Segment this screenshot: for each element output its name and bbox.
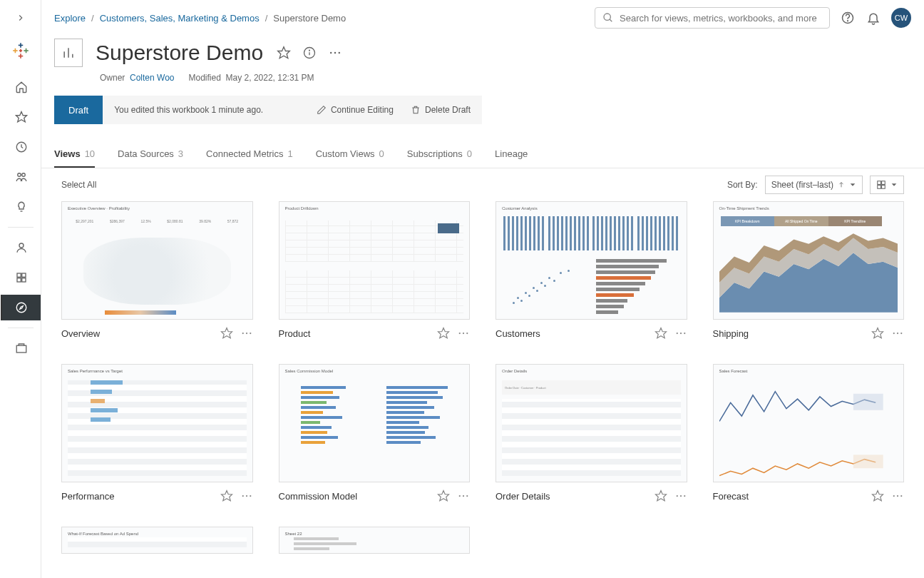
view-thumbnail[interactable]: Sales Commission Model: [279, 364, 471, 482]
continue-editing-button[interactable]: Continue Editing: [317, 105, 394, 115]
svg-point-66: [463, 495, 464, 497]
draft-banner: Draft You edited this workbook 1 minute …: [54, 96, 482, 124]
more-icon[interactable]: [891, 327, 904, 340]
view-thumbnail[interactable]: Customer Analysis: [496, 201, 687, 320]
favorite-icon[interactable]: [654, 327, 667, 340]
favorite-icon[interactable]: [437, 327, 450, 340]
svg-point-70: [679, 495, 681, 497]
pencil-icon: [317, 105, 327, 115]
sort-arrow-icon: [838, 181, 845, 188]
svg-point-57: [893, 333, 895, 334]
view-mode-toggle[interactable]: [870, 176, 904, 194]
info-button[interactable]: [302, 45, 317, 61]
sort-dropdown[interactable]: Sheet (first–last): [765, 176, 863, 194]
more-actions-button[interactable]: [327, 45, 343, 61]
svg-point-15: [19, 243, 24, 248]
search-box[interactable]: [595, 7, 830, 29]
breadcrumb-explore[interactable]: Explore: [54, 13, 86, 24]
nav-recents[interactable]: [1, 134, 41, 160]
grid-toolbar: Select All Sort By: Sheet (first–last): [41, 168, 924, 201]
favorite-button[interactable]: [276, 45, 292, 61]
view-thumbnail[interactable]: What-If Forecast Based on Ad Spend: [61, 527, 253, 554]
views-grid: Executive Overview · Profitability $2,29…: [41, 201, 924, 574]
favorite-icon[interactable]: [220, 490, 233, 502]
view-card-order-details[interactable]: Order Details Order Date · Customer · Pr…: [496, 364, 687, 502]
owner-link[interactable]: Colten Woo: [130, 73, 174, 83]
view-thumbnail[interactable]: On-Time Shipment Trends KPI Breakdown Al…: [713, 201, 905, 320]
search-input[interactable]: [620, 13, 822, 24]
delete-draft-button[interactable]: Delete Draft: [411, 105, 471, 115]
view-card-customers[interactable]: Customer Analysis Customers: [496, 201, 687, 340]
nav-recommendations[interactable]: [1, 194, 41, 220]
nav-explore[interactable]: [1, 295, 41, 320]
modified-value: May 2, 2022, 12:31 PM: [226, 73, 314, 83]
svg-point-26: [848, 21, 848, 21]
view-card-performance[interactable]: Sales Performance vs Target Performance: [61, 364, 253, 502]
view-thumbnail[interactable]: Executive Overview · Profitability $2,29…: [61, 201, 253, 320]
tab-connected-metrics[interactable]: Connected Metrics1: [206, 141, 293, 168]
more-icon[interactable]: [240, 490, 253, 502]
svg-point-34: [330, 52, 332, 54]
nav-personal[interactable]: [1, 235, 41, 260]
expand-sidebar-button[interactable]: [6, 7, 35, 29]
view-thumbnail[interactable]: Sales Performance vs Target: [61, 364, 253, 482]
svg-point-13: [21, 173, 25, 177]
svg-rect-16: [17, 273, 21, 277]
svg-point-53: [676, 333, 677, 334]
user-avatar[interactable]: CW: [891, 8, 911, 28]
tab-data-sources[interactable]: Data Sources3: [118, 141, 183, 168]
select-all-button[interactable]: Select All: [61, 180, 96, 190]
breadcrumb-project[interactable]: Customers, Sales, Marketing & Demos: [100, 13, 260, 24]
help-button[interactable]: [840, 10, 856, 26]
svg-point-46: [245, 333, 247, 334]
favorite-icon[interactable]: [654, 490, 667, 502]
svg-point-50: [463, 333, 464, 334]
favorite-icon[interactable]: [437, 490, 450, 502]
view-card-product[interactable]: Product Drilldown Product: [279, 201, 471, 340]
svg-point-61: [242, 495, 243, 497]
favorite-icon[interactable]: [871, 490, 884, 502]
view-title: Forecast: [713, 491, 872, 502]
svg-rect-40: [882, 181, 885, 185]
favorite-icon[interactable]: [220, 327, 233, 340]
page-header: Superstore Demo Owner Colten Woo Modifie…: [41, 36, 924, 96]
view-thumbnail[interactable]: Sheet 22: [279, 527, 471, 554]
svg-point-47: [250, 333, 251, 334]
view-card-whatif[interactable]: What-If Forecast Based on Ad Spend: [61, 527, 253, 554]
view-thumbnail[interactable]: Product Drilldown: [279, 201, 471, 320]
nav-external[interactable]: [1, 335, 41, 361]
modified-label: Modified: [189, 73, 221, 83]
nav-favorites[interactable]: [1, 104, 41, 130]
tab-subscriptions[interactable]: Subscriptions0: [407, 141, 472, 168]
view-card-shipping[interactable]: On-Time Shipment Trends KPI Breakdown Al…: [713, 201, 905, 340]
tab-custom-views[interactable]: Custom Views0: [316, 141, 384, 168]
search-icon: [602, 12, 614, 24]
more-icon[interactable]: [674, 327, 687, 340]
favorite-icon[interactable]: [871, 327, 884, 340]
more-icon[interactable]: [457, 327, 470, 340]
more-icon[interactable]: [674, 490, 687, 502]
view-thumbnail[interactable]: Order Details Order Date · Customer · Pr…: [496, 364, 687, 482]
notifications-button[interactable]: [866, 10, 881, 26]
more-icon[interactable]: [891, 490, 904, 502]
svg-point-65: [459, 495, 461, 497]
nav-shared[interactable]: [1, 164, 41, 190]
more-icon[interactable]: [240, 327, 253, 340]
nav-collections[interactable]: [1, 265, 41, 290]
svg-point-75: [893, 495, 895, 497]
more-icon[interactable]: [457, 490, 470, 502]
tab-views[interactable]: Views10: [54, 141, 95, 168]
nav-divider: [8, 227, 34, 228]
left-sidebar: [0, 0, 41, 574]
nav-home[interactable]: [1, 74, 41, 100]
svg-rect-19: [21, 278, 25, 282]
svg-point-36: [339, 52, 341, 54]
view-card-overview[interactable]: Executive Overview · Profitability $2,29…: [61, 201, 253, 340]
breadcrumb-current: Superstore Demo: [273, 13, 346, 24]
draft-badge: Draft: [54, 96, 103, 124]
view-card-sheet22[interactable]: Sheet 22: [279, 527, 471, 554]
view-card-forecast[interactable]: Sales Forecast Forecast: [713, 364, 905, 502]
view-thumbnail[interactable]: Sales Forecast: [713, 364, 905, 482]
view-card-commission[interactable]: Sales Commission Model Commission Model: [279, 364, 471, 502]
tab-lineage[interactable]: Lineage: [495, 141, 528, 168]
